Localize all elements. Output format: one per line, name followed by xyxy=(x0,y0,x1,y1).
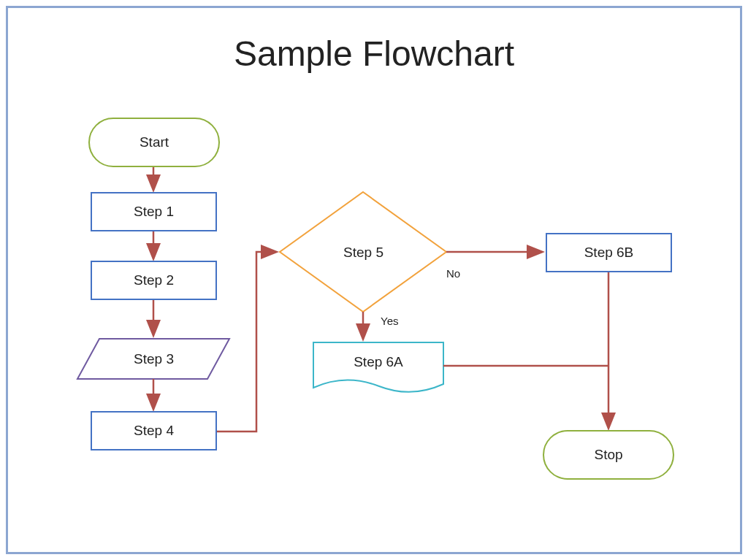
arrow-step4-step5 xyxy=(217,252,275,431)
node-label: Step 4 xyxy=(134,423,174,439)
node-label: Step 2 xyxy=(134,272,174,288)
node-label: Step 6B xyxy=(584,245,634,261)
node-label: Step 5 xyxy=(343,245,383,261)
document-step6a-label: Step 6A xyxy=(313,344,443,380)
decision-step5-label: Step 5 xyxy=(300,233,427,272)
process-step6b: Step 6B xyxy=(546,233,672,272)
terminator-start: Start xyxy=(88,118,220,167)
node-label: Step 3 xyxy=(134,351,174,367)
slide-title: Sample Flowchart xyxy=(8,34,740,74)
slide-canvas: Sample Flowchart xyxy=(6,6,742,554)
node-label: Stop xyxy=(594,447,622,463)
label-no: No xyxy=(446,267,460,280)
terminator-stop: Stop xyxy=(543,430,674,480)
node-label: Step 1 xyxy=(134,204,174,220)
process-step1: Step 1 xyxy=(91,192,217,231)
process-step2: Step 2 xyxy=(91,261,217,300)
label-yes: Yes xyxy=(381,315,398,327)
node-label: Start xyxy=(140,134,169,150)
node-label: Step 6A xyxy=(354,354,403,370)
data-step3-label: Step 3 xyxy=(91,339,217,379)
process-step4: Step 4 xyxy=(91,411,217,450)
